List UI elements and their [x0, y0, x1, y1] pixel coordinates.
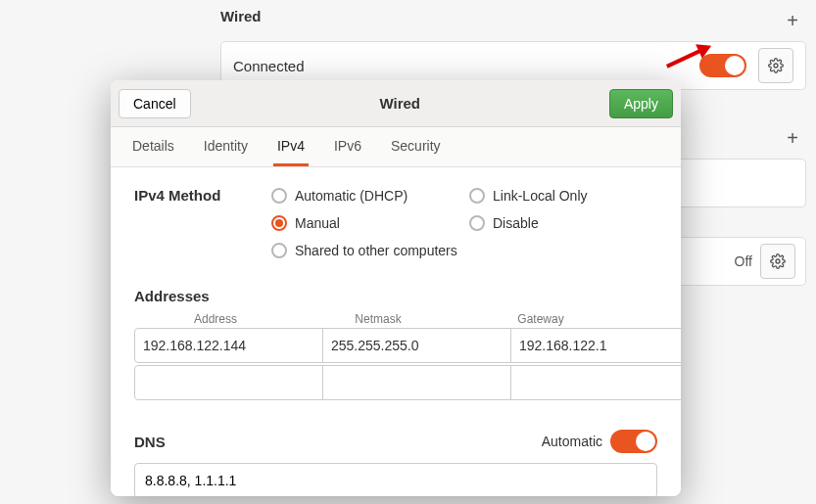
tab-ipv6[interactable]: IPv6: [330, 127, 365, 166]
netmask-input[interactable]: [322, 328, 511, 363]
gateway-input[interactable]: [510, 365, 681, 400]
dns-automatic-label: Automatic: [542, 434, 602, 449]
tab-identity[interactable]: Identity: [200, 127, 252, 166]
radio-auto-dhcp[interactable]: Automatic (DHCP): [271, 188, 459, 204]
tab-security[interactable]: Security: [387, 127, 445, 166]
address-row: [134, 328, 657, 363]
radio-manual[interactable]: Manual: [271, 215, 459, 231]
dns-label: DNS: [134, 434, 166, 450]
col-gateway: Gateway: [459, 312, 622, 326]
connection-editor-dialog: Cancel Wired Apply Details Identity IPv4…: [111, 80, 681, 496]
connection-toggle[interactable]: [699, 54, 746, 77]
radio-label: Automatic (DHCP): [295, 188, 408, 204]
address-input[interactable]: [134, 365, 323, 400]
radio-label: Manual: [295, 215, 340, 231]
netmask-input[interactable]: [322, 365, 511, 400]
radio-icon: [469, 215, 485, 231]
gear-icon: [770, 253, 786, 269]
add-connection-icon[interactable]: +: [787, 127, 798, 150]
radio-icon: [271, 215, 287, 231]
radio-icon: [469, 188, 485, 204]
dialog-tabs: Details Identity IPv4 IPv6 Security: [111, 127, 681, 167]
addresses-label: Addresses: [134, 288, 657, 304]
address-row: [134, 365, 657, 400]
address-input[interactable]: [134, 328, 323, 363]
radio-link-local[interactable]: Link-Local Only: [469, 188, 657, 204]
connection-status-label: Connected: [233, 58, 699, 74]
gateway-input[interactable]: [510, 328, 681, 363]
tab-ipv4[interactable]: IPv4: [273, 127, 309, 166]
radio-label: Link-Local Only: [493, 188, 588, 204]
tab-details[interactable]: Details: [128, 127, 178, 166]
dns-servers-input[interactable]: [134, 463, 657, 496]
col-address: Address: [134, 312, 297, 326]
svg-point-1: [776, 259, 780, 263]
connection-off-label: Off: [735, 253, 752, 269]
dialog-body: IPv4 Method Automatic (DHCP) Link-Local …: [111, 167, 681, 496]
ipv4-method-label: IPv4 Method: [134, 187, 262, 204]
col-netmask: Netmask: [297, 312, 459, 326]
radio-label: Disable: [493, 215, 539, 231]
gear-icon: [768, 58, 784, 73]
add-connection-icon[interactable]: +: [787, 10, 798, 32]
dialog-header: Cancel Wired Apply: [111, 80, 681, 127]
apply-button[interactable]: Apply: [609, 89, 673, 118]
radio-disable[interactable]: Disable: [469, 215, 657, 231]
cancel-button[interactable]: Cancel: [119, 89, 191, 118]
address-column-headers: Address Netmask Gateway: [134, 312, 657, 326]
radio-label: Shared to other computers: [295, 243, 457, 258]
dns-automatic-toggle[interactable]: [610, 430, 657, 453]
connection-settings-button[interactable]: [758, 48, 793, 83]
svg-point-0: [774, 64, 778, 68]
wired-section-title: Wired: [220, 8, 262, 24]
connection-settings-button[interactable]: [760, 244, 795, 279]
dialog-title: Wired: [380, 95, 421, 112]
radio-icon: [271, 188, 287, 204]
radio-shared[interactable]: Shared to other computers: [271, 243, 459, 258]
radio-icon: [271, 243, 287, 258]
